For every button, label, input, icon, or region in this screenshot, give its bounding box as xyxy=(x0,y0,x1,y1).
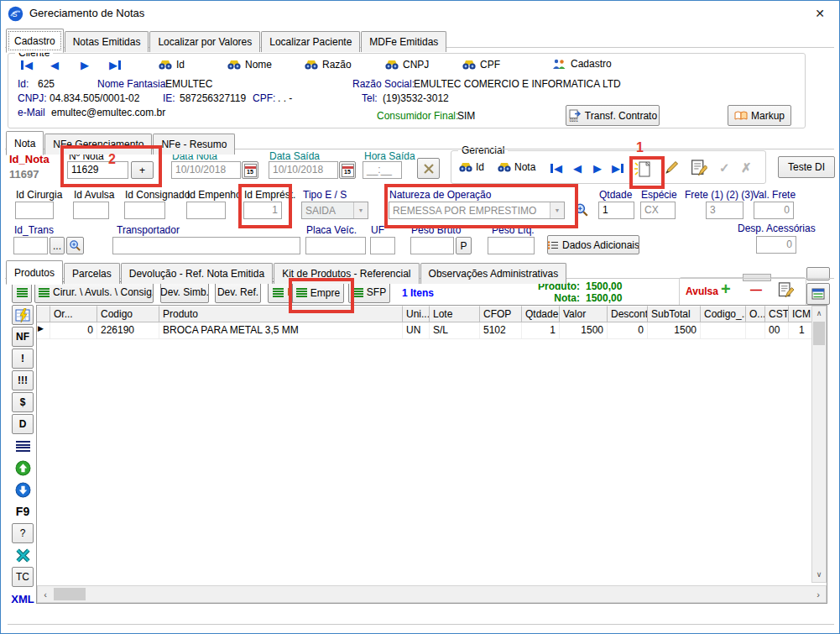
peso-liq-input[interactable] xyxy=(488,237,535,254)
scroll-left-icon[interactable]: ‹ xyxy=(39,586,52,602)
money-button[interactable]: $ xyxy=(12,392,34,412)
nav-first-button[interactable]: ◀ xyxy=(21,59,33,71)
scroll-down-icon[interactable]: ∨ xyxy=(811,568,827,581)
cancel-x-icon[interactable]: ✗ xyxy=(741,160,752,176)
grid-header[interactable]: Produto xyxy=(159,306,403,322)
search-by-id-button[interactable]: Id xyxy=(159,59,185,71)
id-trans-search-button[interactable] xyxy=(66,237,84,254)
nav-prev-button[interactable]: ◀ xyxy=(50,59,59,71)
tools-button[interactable] xyxy=(417,158,440,179)
edit-item-notepad-icon[interactable] xyxy=(777,281,794,298)
nav-next-button[interactable]: ▶ xyxy=(81,59,89,71)
confirm-check-icon[interactable]: ✓ xyxy=(719,160,730,176)
cell-valor[interactable]: 1500 xyxy=(560,322,608,338)
cell-or[interactable]: 0 xyxy=(50,322,97,338)
cell-codigo[interactable]: 226190 xyxy=(97,322,159,338)
search-by-nome-button[interactable]: Nome xyxy=(227,59,272,71)
grid-header[interactable]: Lote xyxy=(430,306,480,322)
search-by-cpf-button[interactable]: CPF xyxy=(462,59,500,71)
edit-notepad-icon[interactable] xyxy=(690,159,707,176)
gerencial-prev-button[interactable]: ◀ xyxy=(573,162,582,175)
grid-header-selector[interactable] xyxy=(37,306,50,322)
tab-nfe-gerenciamento[interactable]: NFe Gerenciamento xyxy=(44,134,152,155)
data-nota-calendar-button[interactable]: 15 xyxy=(242,161,258,179)
id-trans-ellipsis-button[interactable]: ... xyxy=(50,237,65,254)
nav-last-button[interactable]: ▶ xyxy=(109,59,121,71)
table-lightning-button[interactable] xyxy=(12,305,34,325)
peso-bruto-input[interactable] xyxy=(410,237,454,254)
cell-produto[interactable]: BROCA PARA METAL 3,5 MM xyxy=(159,322,403,338)
num-nota-input[interactable]: 11629 xyxy=(67,161,128,179)
sfp-button[interactable]: SFP xyxy=(348,281,390,303)
grid-header[interactable]: Qtdade xyxy=(522,306,560,322)
search-by-razao-button[interactable]: Razão xyxy=(305,59,352,71)
d-button[interactable]: D xyxy=(12,414,34,434)
grid-header[interactable]: Codigo xyxy=(97,306,159,322)
gerencial-next-button[interactable]: ▶ xyxy=(593,162,602,175)
horizontal-scroll-thumb[interactable] xyxy=(54,588,86,600)
close-button[interactable]: ✕ xyxy=(800,1,840,26)
data-saida-input[interactable]: 10/10/2018 xyxy=(269,161,338,179)
grid-header[interactable]: Codigo_... xyxy=(701,306,746,322)
table-row[interactable]: ▶ 0 226190 BROCA PARA METAL 3,5 MM UN S/… xyxy=(37,322,827,339)
id-trans-input[interactable] xyxy=(13,237,48,254)
tab-kit-produtos[interactable]: Kit de Produtos - Referencial xyxy=(274,263,419,284)
remove-item-button[interactable]: — xyxy=(750,283,762,296)
grid-header[interactable]: Valor xyxy=(560,306,608,322)
gerencial-search-nota-button[interactable]: Nota xyxy=(498,161,535,173)
id-consignado-input[interactable] xyxy=(124,202,165,219)
especie-input[interactable]: CX xyxy=(640,202,676,219)
grid-header[interactable]: O... xyxy=(746,306,765,322)
natureza-operacao-select[interactable]: REMESSA POR EMPRESTIMO ▼ xyxy=(389,202,565,219)
tab-mdfe-emitidas[interactable]: MDFe Emitidas xyxy=(361,31,446,52)
grid-header[interactable]: Or... xyxy=(50,306,97,322)
transportador-input[interactable] xyxy=(112,237,300,254)
tab-observacoes[interactable]: Observações Administrativas xyxy=(420,263,567,284)
qtdade-input[interactable]: 1 xyxy=(598,202,634,219)
edit-pencil-icon[interactable] xyxy=(663,160,680,176)
data-nota-input[interactable]: 10/10/2018 xyxy=(171,161,241,179)
move-down-button[interactable] xyxy=(12,479,34,500)
grid-vertical-scrollbar[interactable] xyxy=(811,306,827,583)
tab-devolucao[interactable]: Devolução - Ref. Nota Emitida xyxy=(121,263,273,284)
markup-button[interactable]: Markup xyxy=(728,105,791,126)
cell-codigo2[interactable] xyxy=(701,322,746,338)
dev-simb-button[interactable]: Dev. Simb. xyxy=(160,281,209,303)
cell-subtotal[interactable]: 1500 xyxy=(648,322,701,338)
dados-adicionais-button[interactable]: Dados Adicionais xyxy=(547,235,639,254)
gerencial-first-button[interactable]: ◀ xyxy=(550,162,562,175)
tab-cadastro[interactable]: Cadastro xyxy=(6,29,64,53)
tab-nfe-resumo[interactable]: NFe - Resumo xyxy=(153,134,235,155)
hora-saida-input[interactable]: __:__ xyxy=(363,161,402,179)
grid-header[interactable]: SubTotal xyxy=(648,306,701,322)
tab-produtos[interactable]: Produtos xyxy=(6,260,63,285)
num-nota-plus-button[interactable]: + xyxy=(131,161,154,179)
grid-header[interactable]: Desconto xyxy=(608,306,648,322)
alert3-button[interactable]: !!! xyxy=(12,370,34,390)
tipo-es-select[interactable]: SAIDA ▼ xyxy=(301,202,368,219)
desp-acessorias-input[interactable]: 0 xyxy=(756,236,796,254)
cadastro-button[interactable]: Cadastro xyxy=(552,58,612,70)
dev-ref-button[interactable]: Dev. Ref. xyxy=(215,281,261,303)
vertical-scroll-thumb[interactable] xyxy=(813,322,825,345)
grid-header[interactable]: CST xyxy=(765,306,789,322)
id-cirurgia-input[interactable] xyxy=(15,202,54,219)
teste-di-button[interactable]: Teste DI xyxy=(778,156,835,178)
uf-input[interactable] xyxy=(370,237,395,254)
frete-input[interactable]: 3 xyxy=(706,202,743,219)
cell-o[interactable] xyxy=(746,322,765,338)
gerencial-last-button[interactable]: ▶ xyxy=(612,162,623,175)
tab-notas-emitidas[interactable]: Notas Emitidas xyxy=(65,31,149,52)
lines-button[interactable] xyxy=(12,436,34,456)
gerencial-search-id-button[interactable]: Id xyxy=(459,161,484,173)
new-document-icon[interactable] xyxy=(634,160,653,180)
grid-horizontal-scrollbar[interactable] xyxy=(37,585,827,603)
id-avulsa-input[interactable] xyxy=(73,202,109,219)
placa-input[interactable] xyxy=(305,237,366,254)
xml-button[interactable]: XML xyxy=(12,589,34,609)
help-button[interactable]: ? xyxy=(12,523,34,543)
transf-contrato-button[interactable]: 0101 Transf. Contrato xyxy=(566,105,660,126)
empre-button[interactable]: Empre xyxy=(292,282,344,303)
cell-cst[interactable]: 00 xyxy=(765,322,789,338)
id-emprestimo-input[interactable]: 1 xyxy=(243,202,282,219)
